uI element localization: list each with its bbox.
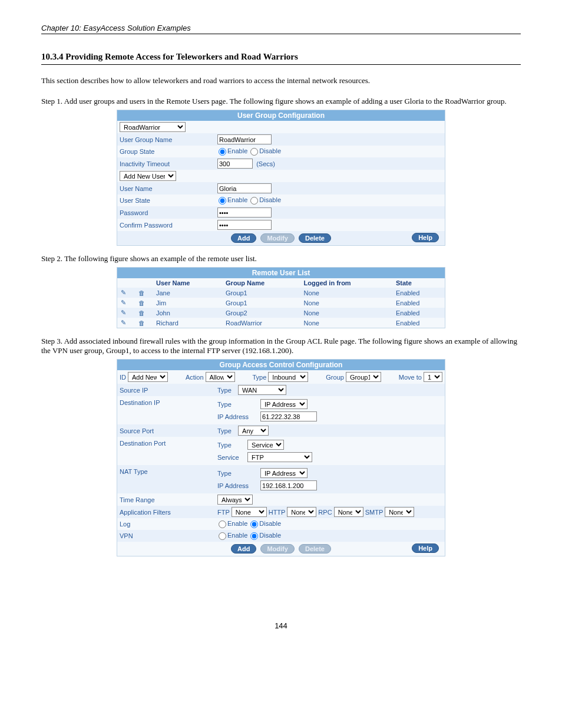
step3-text: Step 3. Add associated inbound firewall …: [41, 337, 521, 355]
group-acl-panel: Group Access Control Configuration ID Ad…: [117, 359, 445, 556]
page-header: Chapter 10: EasyAccess Solution Examples: [41, 24, 521, 34]
delete-icon[interactable]: 🗑: [138, 299, 145, 307]
cell-group: Group2: [222, 308, 300, 318]
cell-logged: None: [300, 318, 392, 328]
delete-icon[interactable]: 🗑: [138, 319, 145, 327]
help-button[interactable]: Help: [412, 233, 439, 242]
delete-button[interactable]: Delete: [299, 233, 331, 243]
input-group-name[interactable]: [217, 134, 272, 144]
inactivity-unit: (Secs): [256, 160, 275, 167]
edit-icon[interactable]: ✎: [121, 289, 126, 296]
delete-icon[interactable]: 🗑: [138, 309, 145, 317]
section-heading: 10.3.4 Providing Remote Access for Telew…: [41, 52, 521, 62]
cell-state: Enabled: [392, 308, 445, 318]
col-user-name: User Name: [153, 278, 222, 288]
label-source-port: Source Port: [117, 426, 215, 436]
radio-vpn-disable[interactable]: [250, 532, 258, 540]
label-type-top: Type: [252, 374, 266, 381]
cell-user: Jim: [153, 298, 222, 308]
cell-group: Group1: [222, 288, 300, 298]
label-action: Action: [186, 374, 204, 381]
step2-text: Step 2. The following figure shows an ex…: [41, 254, 521, 263]
input-inactivity[interactable]: [217, 159, 253, 169]
group-select-top[interactable]: Group1: [346, 372, 381, 382]
label-inactivity: Inactivity Timeout: [117, 159, 215, 169]
label-time-range: Time Range: [117, 495, 215, 505]
http-filter-select[interactable]: None: [287, 507, 316, 517]
radio-user-enable[interactable]: [219, 197, 226, 205]
dest-ip-type-select[interactable]: IP Address: [260, 399, 308, 409]
add-button[interactable]: Add: [231, 233, 256, 243]
input-user-name[interactable]: [217, 183, 272, 193]
user-group-config-panel: User Group Configuration RoadWarrior Use…: [117, 110, 445, 246]
col-group-name: Group Name: [222, 278, 300, 288]
ugc-title: User Group Configuration: [117, 110, 445, 121]
edit-icon[interactable]: ✎: [121, 299, 126, 306]
group-select[interactable]: RoadWarrior: [120, 122, 186, 132]
edit-icon[interactable]: ✎: [121, 319, 126, 326]
table-row: ✎🗑JimGroup1NoneEnabled: [117, 298, 445, 308]
dest-port-service-select[interactable]: FTP: [247, 452, 312, 462]
gacc-delete-button[interactable]: Delete: [299, 544, 331, 554]
label-group: Group: [326, 374, 344, 381]
source-port-type-select[interactable]: Any: [238, 426, 269, 436]
label-app-filters: Application Filters: [117, 508, 215, 517]
label-user-state: User State: [117, 196, 215, 205]
modify-button[interactable]: Modify: [260, 233, 294, 243]
smtp-filter-select[interactable]: None: [385, 507, 414, 517]
label-group-state: Group State: [117, 147, 215, 156]
col-logged-in: Logged in from: [300, 278, 392, 288]
cell-state: Enabled: [392, 298, 445, 308]
label-log: Log: [117, 519, 215, 529]
cell-state: Enabled: [392, 288, 445, 298]
radio-log-enable[interactable]: [219, 521, 226, 528]
label-group-name: User Group Name: [117, 135, 215, 144]
heading-underline: [41, 64, 521, 65]
label-dest-ip: Destination IP: [117, 398, 215, 407]
col-state: State: [392, 278, 445, 288]
label-dest-port: Destination Port: [117, 439, 215, 448]
table-row: ✎🗑JohnGroup2NoneEnabled: [117, 308, 445, 318]
table-row: ✎🗑RichardRoadWarriorNoneEnabled: [117, 318, 445, 328]
radio-vpn-enable[interactable]: [219, 532, 226, 540]
add-new-user-select[interactable]: Add New User: [120, 171, 176, 181]
cell-group: Group1: [222, 298, 300, 308]
radio-user-disable[interactable]: [250, 197, 258, 205]
gacc-title: Group Access Control Configuration: [117, 360, 445, 370]
section-body: This section describes how to allow tele…: [41, 75, 521, 86]
action-select[interactable]: Allow: [206, 372, 235, 382]
rpc-filter-select[interactable]: None: [334, 507, 363, 517]
moveto-select[interactable]: 1: [424, 372, 442, 382]
cell-logged: None: [300, 298, 392, 308]
cell-state: Enabled: [392, 318, 445, 328]
type-select[interactable]: Inbound: [268, 372, 308, 382]
gacc-help-button[interactable]: Help: [412, 543, 439, 553]
time-range-select[interactable]: Always: [217, 495, 253, 505]
nat-type-select[interactable]: IP Address: [260, 468, 308, 478]
dest-ip-input[interactable]: [260, 411, 317, 421]
dest-port-type-select[interactable]: Service: [247, 440, 284, 450]
cell-logged: None: [300, 308, 392, 318]
rul-title: Remote User List: [117, 268, 445, 278]
label-id: ID: [120, 374, 126, 381]
gacc-modify-button[interactable]: Modify: [260, 544, 294, 554]
radio-log-disable[interactable]: [250, 521, 258, 528]
input-password[interactable]: [217, 207, 272, 218]
label-user-name: User Name: [117, 184, 215, 193]
label-source-ip: Source IP: [117, 386, 215, 395]
source-ip-type-select[interactable]: WAN: [238, 385, 286, 395]
gacc-add-button[interactable]: Add: [231, 544, 256, 554]
input-confirm-password[interactable]: [217, 220, 272, 230]
cell-user: Richard: [153, 318, 222, 328]
delete-icon[interactable]: 🗑: [138, 289, 145, 297]
id-select[interactable]: Add New: [128, 372, 168, 382]
ftp-filter-select[interactable]: None: [232, 507, 267, 517]
radio-group-enable[interactable]: [219, 148, 226, 156]
cell-user: John: [153, 308, 222, 318]
nat-ip-input[interactable]: [260, 480, 317, 490]
cell-logged: None: [300, 288, 392, 298]
edit-icon[interactable]: ✎: [121, 309, 126, 316]
label-confirm-password: Confirm Password: [117, 220, 215, 230]
cell-group: RoadWarrior: [222, 318, 300, 328]
radio-group-disable[interactable]: [250, 148, 258, 156]
